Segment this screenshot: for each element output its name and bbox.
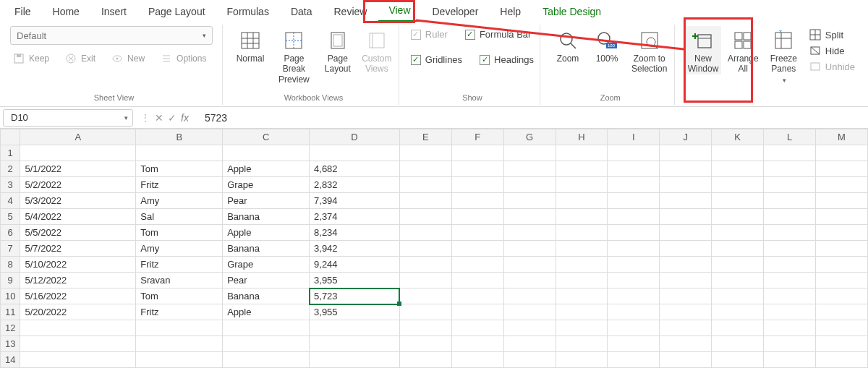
row-header-1[interactable]: 1	[1, 145, 20, 161]
row-header-4[interactable]: 4	[1, 193, 20, 209]
cell[interactable]	[20, 320, 136, 336]
cell[interactable]	[136, 336, 223, 352]
formula-input[interactable]: 5723	[196, 112, 868, 124]
tab-insert[interactable]: Insert	[91, 3, 137, 22]
cell[interactable]	[764, 241, 816, 257]
btn-zoom[interactable]: Zoom	[550, 26, 585, 64]
cell[interactable]	[451, 336, 503, 352]
cell[interactable]	[764, 273, 816, 288]
cell[interactable]	[608, 257, 660, 273]
cell[interactable]	[556, 241, 608, 257]
cell[interactable]	[399, 320, 451, 336]
cell[interactable]	[451, 304, 503, 320]
cell[interactable]: 5/16/2022	[20, 288, 136, 304]
tab-developer[interactable]: Developer	[422, 3, 489, 22]
cell[interactable]	[608, 161, 660, 177]
btn-normal-view[interactable]: Normal	[233, 26, 268, 64]
row-header-8[interactable]: 8	[1, 257, 20, 273]
cell[interactable]	[503, 241, 556, 257]
cell[interactable]	[660, 273, 712, 288]
cell[interactable]	[712, 336, 764, 352]
cell[interactable]	[503, 225, 556, 241]
cell[interactable]	[660, 161, 712, 177]
cell[interactable]: Apple	[223, 304, 310, 320]
cell[interactable]	[712, 161, 764, 177]
cell[interactable]	[451, 209, 503, 225]
cell[interactable]	[223, 336, 310, 352]
cell[interactable]	[399, 209, 451, 225]
cell[interactable]	[503, 209, 556, 225]
cell[interactable]: 5/1/2022	[20, 161, 136, 177]
cell[interactable]	[556, 177, 608, 193]
cell[interactable]	[451, 193, 503, 209]
cell[interactable]	[608, 241, 660, 257]
cell[interactable]	[712, 209, 764, 225]
cell[interactable]	[503, 193, 556, 209]
cell[interactable]	[556, 273, 608, 288]
cell[interactable]	[712, 241, 764, 257]
cell[interactable]: 5/5/2022	[20, 225, 136, 241]
cell[interactable]	[399, 225, 451, 241]
cell[interactable]	[660, 304, 712, 320]
table-header-cell[interactable]: Product	[223, 145, 310, 161]
cell[interactable]	[816, 257, 868, 273]
cell[interactable]	[816, 320, 868, 336]
row-header-10[interactable]: 10	[1, 288, 20, 304]
cell[interactable]	[660, 241, 712, 257]
cell[interactable]	[503, 304, 556, 320]
tab-home[interactable]: Home	[43, 3, 90, 22]
cell[interactable]	[660, 209, 712, 225]
cell[interactable]	[503, 288, 556, 304]
cell[interactable]: Banana	[223, 288, 310, 304]
cell[interactable]	[816, 225, 868, 241]
cell[interactable]	[556, 193, 608, 209]
cell[interactable]	[451, 320, 503, 336]
sheetview-keep[interactable]: Keep	[10, 51, 52, 67]
cell[interactable]	[712, 225, 764, 241]
cell[interactable]	[660, 288, 712, 304]
cell[interactable]	[816, 177, 868, 193]
col-header-A[interactable]: A	[20, 129, 136, 145]
cell[interactable]	[503, 336, 556, 352]
row-header-14[interactable]: 14	[1, 352, 20, 368]
cell[interactable]	[20, 336, 136, 352]
cell[interactable]	[451, 161, 503, 177]
btn-page-layout[interactable]: Page Layout	[320, 26, 355, 74]
cell[interactable]	[556, 225, 608, 241]
cell[interactable]	[712, 304, 764, 320]
cell[interactable]: 5/20/2022	[20, 304, 136, 320]
cell[interactable]: 5,723	[310, 288, 400, 304]
chk-gridlines[interactable]: ✓ Gridlines	[409, 51, 464, 68]
cell[interactable]	[503, 177, 556, 193]
cell[interactable]: 5/10/2022	[20, 257, 136, 273]
cell[interactable]	[660, 225, 712, 241]
cell[interactable]	[310, 336, 400, 352]
cell[interactable]: Pear	[223, 193, 310, 209]
cell[interactable]	[608, 288, 660, 304]
tab-formulas[interactable]: Formulas	[217, 3, 279, 22]
cell[interactable]	[399, 145, 451, 161]
cell[interactable]	[608, 304, 660, 320]
cell[interactable]	[816, 209, 868, 225]
col-header-M[interactable]: M	[816, 129, 868, 145]
cell[interactable]: 2,832	[310, 177, 400, 193]
fx-icon[interactable]: fx	[181, 112, 189, 124]
select-all-corner[interactable]	[1, 129, 20, 145]
tab-data[interactable]: Data	[281, 3, 323, 22]
table-header-cell[interactable]: Transaction Date	[20, 145, 136, 161]
cell[interactable]	[556, 209, 608, 225]
btn-split[interactable]: Split	[807, 27, 858, 42]
cell[interactable]	[556, 336, 608, 352]
cell[interactable]	[451, 145, 503, 161]
cell[interactable]	[310, 352, 400, 368]
cell[interactable]	[503, 161, 556, 177]
cell[interactable]	[660, 145, 712, 161]
cell[interactable]: 3,942	[310, 241, 400, 257]
cell[interactable]	[556, 145, 608, 161]
name-box[interactable]: D10 ▾	[3, 109, 133, 127]
row-header-13[interactable]: 13	[1, 336, 20, 352]
cell[interactable]	[503, 145, 556, 161]
cell[interactable]	[712, 352, 764, 368]
cell[interactable]	[764, 320, 816, 336]
btn-zoom-100[interactable]: 100 100%	[590, 26, 624, 64]
